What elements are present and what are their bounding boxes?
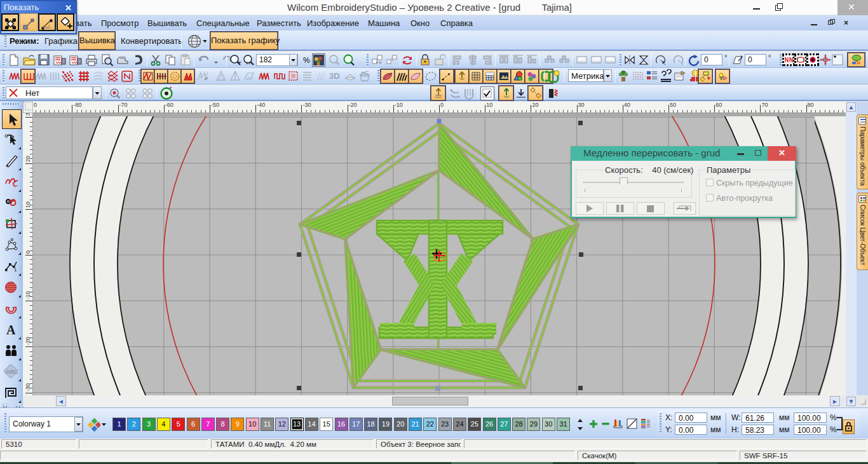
svg-text:1:1: 1:1	[246, 61, 250, 65]
svg-text:A: A	[6, 323, 16, 336]
svg-text:ABC: ABC	[6, 369, 18, 375]
svg-text:1: 1	[14, 267, 17, 273]
